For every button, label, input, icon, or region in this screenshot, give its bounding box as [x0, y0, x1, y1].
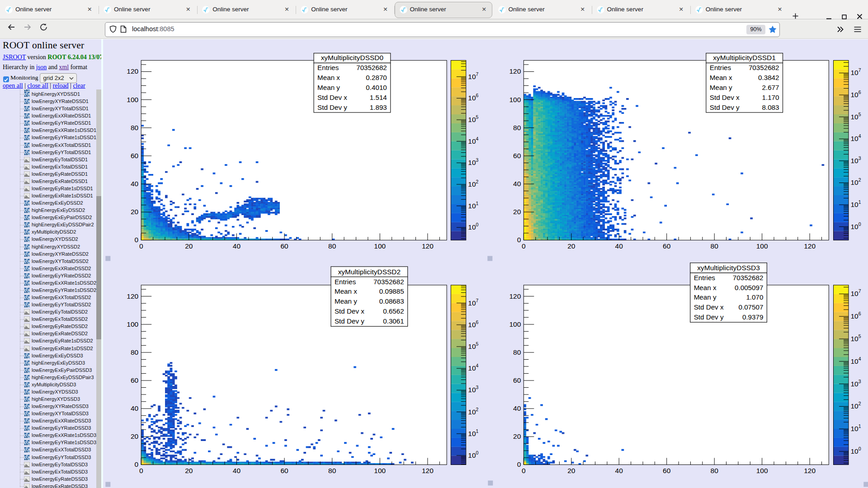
- svg-text:Std Dev y: Std Dev y: [335, 317, 364, 325]
- svg-text:106: 106: [851, 90, 861, 99]
- svg-text:104: 104: [468, 136, 478, 145]
- svg-text:20: 20: [185, 467, 193, 474]
- svg-text:103: 103: [851, 156, 861, 164]
- svg-text:104: 104: [851, 134, 861, 142]
- svg-text:107: 107: [468, 298, 478, 307]
- svg-text:0: 0: [135, 460, 139, 468]
- svg-text:60: 60: [131, 152, 138, 160]
- svg-text:70352682: 70352682: [373, 278, 404, 286]
- svg-text:100: 100: [756, 242, 768, 250]
- svg-text:40: 40: [233, 242, 241, 250]
- svg-text:106: 106: [468, 93, 478, 102]
- svg-text:102: 102: [851, 178, 861, 187]
- svg-text:100: 100: [756, 467, 768, 474]
- svg-text:40: 40: [615, 467, 623, 474]
- svg-text:120: 120: [422, 242, 434, 250]
- svg-text:0: 0: [522, 467, 526, 474]
- svg-text:40: 40: [233, 467, 241, 474]
- svg-text:80: 80: [131, 124, 138, 131]
- svg-text:107: 107: [851, 68, 861, 77]
- svg-text:60: 60: [663, 467, 670, 474]
- svg-text:70352682: 70352682: [356, 64, 387, 71]
- svg-text:xyMultiplicityDSSD3: xyMultiplicityDSSD3: [698, 264, 760, 272]
- svg-text:80: 80: [328, 467, 336, 474]
- svg-text:Entries: Entries: [317, 64, 339, 71]
- svg-text:60: 60: [513, 152, 521, 160]
- svg-text:1.170: 1.170: [762, 94, 779, 101]
- svg-text:40: 40: [513, 404, 521, 412]
- svg-text:100: 100: [127, 96, 139, 103]
- svg-text:100: 100: [468, 222, 478, 231]
- svg-text:104: 104: [468, 363, 478, 372]
- svg-text:xyMultiplicityDSSD0: xyMultiplicityDSSD0: [321, 54, 384, 61]
- svg-text:0.4010: 0.4010: [366, 84, 387, 91]
- svg-text:0.6562: 0.6562: [383, 307, 404, 315]
- svg-text:120: 120: [804, 242, 816, 250]
- svg-text:103: 103: [851, 379, 861, 388]
- svg-text:0.9379: 0.9379: [742, 313, 763, 321]
- svg-text:80: 80: [513, 348, 521, 356]
- svg-text:70352682: 70352682: [733, 274, 764, 282]
- svg-text:40: 40: [513, 180, 521, 188]
- svg-text:0.3061: 0.3061: [383, 317, 404, 325]
- svg-text:Entries: Entries: [694, 274, 716, 282]
- svg-text:80: 80: [513, 124, 521, 131]
- svg-text:60: 60: [513, 376, 521, 384]
- svg-text:0: 0: [517, 460, 521, 468]
- svg-text:Std Dev y: Std Dev y: [694, 313, 724, 321]
- svg-text:106: 106: [851, 311, 861, 320]
- svg-text:70352682: 70352682: [749, 64, 779, 71]
- svg-text:0: 0: [139, 467, 143, 474]
- svg-text:20: 20: [185, 242, 193, 250]
- svg-text:8.083: 8.083: [762, 103, 779, 111]
- svg-text:104: 104: [851, 357, 861, 365]
- svg-text:105: 105: [851, 112, 861, 121]
- svg-text:Std Dev y: Std Dev y: [317, 103, 347, 111]
- svg-text:2.677: 2.677: [762, 84, 779, 91]
- svg-text:40: 40: [131, 404, 138, 412]
- svg-text:80: 80: [328, 242, 336, 250]
- svg-text:100: 100: [127, 320, 139, 328]
- svg-text:0: 0: [517, 236, 521, 244]
- svg-text:100: 100: [374, 242, 386, 250]
- svg-text:20: 20: [131, 208, 138, 216]
- svg-text:0: 0: [522, 242, 526, 250]
- svg-text:60: 60: [281, 242, 288, 250]
- svg-text:100: 100: [851, 446, 861, 455]
- svg-text:60: 60: [131, 376, 138, 384]
- svg-text:1.070: 1.070: [746, 293, 764, 301]
- svg-text:Entries: Entries: [710, 64, 731, 71]
- svg-text:100: 100: [374, 467, 386, 474]
- svg-text:Mean y: Mean y: [335, 297, 357, 305]
- svg-text:20: 20: [567, 242, 575, 250]
- svg-text:100: 100: [851, 222, 861, 230]
- svg-text:Mean x: Mean x: [335, 287, 357, 295]
- svg-text:105: 105: [468, 342, 478, 350]
- svg-text:0.09885: 0.09885: [379, 287, 404, 295]
- svg-text:102: 102: [468, 407, 478, 416]
- svg-text:100: 100: [509, 320, 521, 328]
- svg-text:100: 100: [509, 96, 521, 103]
- svg-text:101: 101: [851, 424, 861, 432]
- svg-text:120: 120: [509, 68, 521, 75]
- svg-text:1.514: 1.514: [370, 94, 387, 101]
- svg-text:Mean y: Mean y: [694, 293, 717, 301]
- svg-text:80: 80: [711, 242, 718, 250]
- svg-text:120: 120: [804, 467, 816, 474]
- svg-text:101: 101: [851, 200, 861, 208]
- svg-text:Mean y: Mean y: [317, 84, 340, 91]
- svg-text:101: 101: [468, 201, 478, 210]
- svg-text:Std Dev x: Std Dev x: [317, 94, 347, 101]
- svg-text:60: 60: [281, 467, 288, 474]
- svg-text:Std Dev x: Std Dev x: [335, 307, 364, 315]
- svg-text:105: 105: [851, 334, 861, 343]
- svg-text:107: 107: [468, 72, 478, 80]
- svg-text:80: 80: [711, 467, 718, 474]
- svg-text:0.07507: 0.07507: [739, 303, 764, 311]
- svg-text:120: 120: [127, 292, 139, 300]
- svg-text:0.08683: 0.08683: [379, 297, 404, 305]
- svg-text:0.3842: 0.3842: [758, 74, 779, 81]
- svg-text:Std Dev x: Std Dev x: [694, 303, 724, 311]
- svg-text:Mean y: Mean y: [710, 84, 732, 91]
- svg-text:0: 0: [139, 242, 143, 250]
